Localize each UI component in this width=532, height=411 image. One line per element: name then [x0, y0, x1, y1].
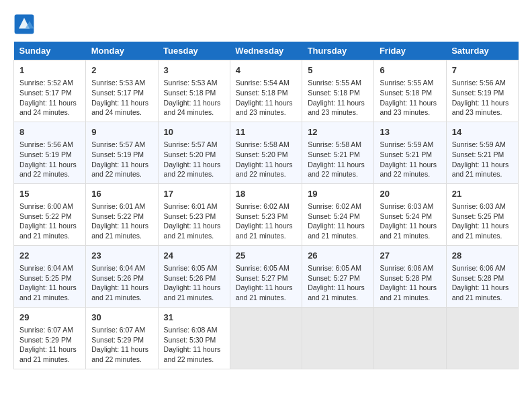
day-info: Sunrise: 6:01 AM Sunset: 5:22 PM Dayligh…: [91, 201, 152, 241]
day-number: 9: [91, 126, 152, 138]
calendar-cell: 11Sunrise: 5:58 AM Sunset: 5:20 PM Dayli…: [230, 122, 302, 183]
calendar-cell: 17Sunrise: 6:01 AM Sunset: 5:23 PM Dayli…: [158, 183, 230, 245]
day-number: 19: [308, 188, 368, 200]
day-info: Sunrise: 5:53 AM Sunset: 5:18 PM Dayligh…: [164, 78, 224, 118]
column-header-sunday: Sunday: [14, 42, 86, 60]
day-number: 14: [452, 126, 513, 138]
calendar-cell: 25Sunrise: 6:05 AM Sunset: 5:27 PM Dayli…: [230, 245, 302, 307]
calendar-cell: 31Sunrise: 6:08 AM Sunset: 5:30 PM Dayli…: [158, 307, 230, 369]
day-number: 3: [164, 64, 224, 77]
day-info: Sunrise: 6:00 AM Sunset: 5:22 PM Dayligh…: [19, 201, 80, 241]
logo: [13, 13, 38, 35]
day-info: Sunrise: 5:55 AM Sunset: 5:18 PM Dayligh…: [308, 78, 368, 118]
header-row: SundayMondayTuesdayWednesdayThursdayFrid…: [14, 42, 519, 60]
calendar-cell: 18Sunrise: 6:02 AM Sunset: 5:23 PM Dayli…: [230, 183, 302, 245]
calendar-cell: 12Sunrise: 5:58 AM Sunset: 5:21 PM Dayli…: [302, 122, 374, 183]
calendar-cell: 26Sunrise: 6:05 AM Sunset: 5:27 PM Dayli…: [302, 245, 374, 307]
calendar-cell: 24Sunrise: 6:05 AM Sunset: 5:26 PM Dayli…: [158, 245, 230, 307]
day-number: 24: [164, 250, 224, 262]
day-number: 22: [19, 250, 80, 262]
day-number: 15: [19, 188, 80, 200]
day-info: Sunrise: 5:59 AM Sunset: 5:21 PM Dayligh…: [380, 140, 440, 179]
day-number: 17: [164, 188, 224, 200]
calendar-cell: [302, 307, 374, 369]
day-info: Sunrise: 5:57 AM Sunset: 5:20 PM Dayligh…: [164, 140, 224, 179]
day-number: 23: [91, 250, 152, 262]
day-info: Sunrise: 6:05 AM Sunset: 5:27 PM Dayligh…: [236, 263, 296, 303]
day-number: 30: [91, 312, 152, 324]
day-number: 26: [308, 250, 368, 262]
calendar-week-row: 22Sunrise: 6:04 AM Sunset: 5:25 PM Dayli…: [14, 245, 519, 307]
day-info: Sunrise: 6:01 AM Sunset: 5:23 PM Dayligh…: [164, 201, 224, 241]
calendar-cell: 9Sunrise: 5:57 AM Sunset: 5:19 PM Daylig…: [86, 122, 158, 183]
calendar-cell: 4Sunrise: 5:54 AM Sunset: 5:18 PM Daylig…: [230, 60, 302, 122]
calendar-table: SundayMondayTuesdayWednesdayThursdayFrid…: [13, 42, 519, 369]
day-info: Sunrise: 6:06 AM Sunset: 5:28 PM Dayligh…: [380, 263, 440, 303]
day-number: 5: [308, 64, 368, 77]
calendar-cell: 30Sunrise: 6:07 AM Sunset: 5:29 PM Dayli…: [86, 307, 158, 369]
calendar-cell: 29Sunrise: 6:07 AM Sunset: 5:29 PM Dayli…: [14, 307, 86, 369]
day-number: 2: [91, 64, 152, 77]
calendar-cell: 21Sunrise: 6:03 AM Sunset: 5:25 PM Dayli…: [446, 183, 518, 245]
column-header-thursday: Thursday: [302, 42, 374, 60]
day-info: Sunrise: 5:52 AM Sunset: 5:17 PM Dayligh…: [19, 78, 80, 118]
day-number: 16: [91, 188, 152, 200]
day-info: Sunrise: 6:04 AM Sunset: 5:25 PM Dayligh…: [19, 263, 80, 303]
calendar-cell: [446, 307, 518, 369]
day-info: Sunrise: 6:05 AM Sunset: 5:27 PM Dayligh…: [308, 263, 368, 303]
day-info: Sunrise: 6:06 AM Sunset: 5:28 PM Dayligh…: [452, 263, 513, 303]
calendar-cell: 14Sunrise: 5:59 AM Sunset: 5:21 PM Dayli…: [446, 122, 518, 183]
calendar-week-row: 15Sunrise: 6:00 AM Sunset: 5:22 PM Dayli…: [14, 183, 519, 245]
day-info: Sunrise: 6:07 AM Sunset: 5:29 PM Dayligh…: [91, 325, 152, 365]
column-header-friday: Friday: [374, 42, 446, 60]
calendar-cell: 15Sunrise: 6:00 AM Sunset: 5:22 PM Dayli…: [14, 183, 86, 245]
calendar-cell: 6Sunrise: 5:55 AM Sunset: 5:18 PM Daylig…: [374, 60, 446, 122]
day-info: Sunrise: 5:55 AM Sunset: 5:18 PM Dayligh…: [380, 78, 440, 118]
calendar-cell: [374, 307, 446, 369]
calendar-body: 1Sunrise: 5:52 AM Sunset: 5:17 PM Daylig…: [14, 60, 519, 369]
column-header-wednesday: Wednesday: [230, 42, 302, 60]
calendar-cell: [230, 307, 302, 369]
day-number: 31: [164, 312, 224, 324]
day-info: Sunrise: 6:04 AM Sunset: 5:26 PM Dayligh…: [91, 263, 152, 303]
page-header: [13, 13, 519, 35]
calendar-cell: 13Sunrise: 5:59 AM Sunset: 5:21 PM Dayli…: [374, 122, 446, 183]
calendar-week-row: 1Sunrise: 5:52 AM Sunset: 5:17 PM Daylig…: [14, 60, 519, 122]
calendar-cell: 16Sunrise: 6:01 AM Sunset: 5:22 PM Dayli…: [86, 183, 158, 245]
day-number: 18: [236, 188, 296, 200]
column-header-saturday: Saturday: [446, 42, 518, 60]
logo-icon: [13, 13, 35, 35]
calendar-cell: 28Sunrise: 6:06 AM Sunset: 5:28 PM Dayli…: [446, 245, 518, 307]
calendar-cell: 10Sunrise: 5:57 AM Sunset: 5:20 PM Dayli…: [158, 122, 230, 183]
day-number: 10: [164, 126, 224, 138]
calendar-cell: 1Sunrise: 5:52 AM Sunset: 5:17 PM Daylig…: [14, 60, 86, 122]
calendar-cell: 2Sunrise: 5:53 AM Sunset: 5:17 PM Daylig…: [86, 60, 158, 122]
calendar-cell: 23Sunrise: 6:04 AM Sunset: 5:26 PM Dayli…: [86, 245, 158, 307]
calendar-cell: 19Sunrise: 6:02 AM Sunset: 5:24 PM Dayli…: [302, 183, 374, 245]
calendar-cell: 20Sunrise: 6:03 AM Sunset: 5:24 PM Dayli…: [374, 183, 446, 245]
day-info: Sunrise: 6:02 AM Sunset: 5:23 PM Dayligh…: [236, 201, 296, 241]
day-number: 21: [452, 188, 513, 200]
day-number: 11: [236, 126, 296, 138]
day-number: 8: [19, 126, 80, 138]
calendar-header: SundayMondayTuesdayWednesdayThursdayFrid…: [14, 42, 519, 60]
day-number: 12: [308, 126, 368, 138]
day-info: Sunrise: 5:56 AM Sunset: 5:19 PM Dayligh…: [452, 78, 513, 118]
calendar-week-row: 29Sunrise: 6:07 AM Sunset: 5:29 PM Dayli…: [14, 307, 519, 369]
day-info: Sunrise: 5:58 AM Sunset: 5:20 PM Dayligh…: [236, 140, 296, 179]
day-info: Sunrise: 5:53 AM Sunset: 5:17 PM Dayligh…: [91, 78, 152, 118]
calendar-cell: 5Sunrise: 5:55 AM Sunset: 5:18 PM Daylig…: [302, 60, 374, 122]
day-number: 7: [452, 64, 513, 77]
day-number: 6: [380, 64, 440, 77]
day-info: Sunrise: 6:03 AM Sunset: 5:25 PM Dayligh…: [452, 201, 513, 241]
day-number: 25: [236, 250, 296, 262]
calendar-cell: 22Sunrise: 6:04 AM Sunset: 5:25 PM Dayli…: [14, 245, 86, 307]
day-number: 20: [380, 188, 440, 200]
day-number: 4: [236, 64, 296, 77]
day-info: Sunrise: 6:08 AM Sunset: 5:30 PM Dayligh…: [164, 325, 224, 365]
day-number: 29: [19, 312, 80, 324]
day-number: 13: [380, 126, 440, 138]
day-info: Sunrise: 5:59 AM Sunset: 5:21 PM Dayligh…: [452, 140, 513, 179]
day-number: 1: [19, 64, 80, 77]
day-info: Sunrise: 6:02 AM Sunset: 5:24 PM Dayligh…: [308, 201, 368, 241]
